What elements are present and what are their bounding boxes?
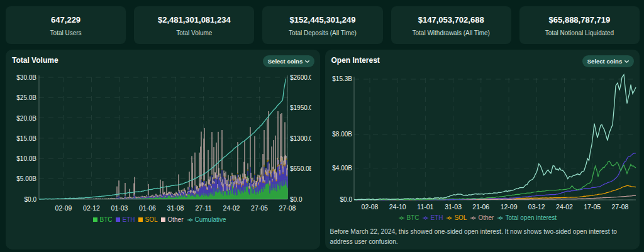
svg-text:$2600.0B: $2600.0B <box>290 74 317 81</box>
svg-text:$15.3B: $15.3B <box>332 75 352 82</box>
svg-text:21-06: 21-06 <box>472 203 489 211</box>
svg-text:24-02: 24-02 <box>223 204 240 212</box>
svg-text:$20.0B: $20.0B <box>16 115 36 122</box>
svg-text:$0.0: $0.0 <box>340 196 352 203</box>
svg-text:11-01: 11-01 <box>417 203 433 211</box>
svg-text:$1300.0B: $1300.0B <box>290 135 317 142</box>
svg-text:27-11: 27-11 <box>195 204 211 212</box>
svg-text:02-08: 02-08 <box>361 203 378 211</box>
svg-text:$15.0B: $15.0B <box>16 135 36 142</box>
svg-text:31-03: 31-03 <box>445 203 462 211</box>
svg-text:$30.0B: $30.0B <box>16 74 36 81</box>
svg-text:$25.0B: $25.0B <box>16 94 36 101</box>
svg-text:02-09: 02-09 <box>55 204 72 212</box>
svg-text:02-12: 02-12 <box>83 204 100 212</box>
svg-text:12-09: 12-09 <box>500 203 517 211</box>
svg-text:$4.00B: $4.00B <box>332 165 352 172</box>
svg-text:24-10: 24-10 <box>389 203 406 211</box>
svg-text:01-03: 01-03 <box>111 204 128 212</box>
svg-text:$650.0B: $650.0B <box>290 165 314 172</box>
svg-text:$10.0B: $10.0B <box>16 155 36 162</box>
svg-text:03-12: 03-12 <box>528 203 545 211</box>
svg-text:$0.0: $0.0 <box>290 196 303 203</box>
svg-text:27-05: 27-05 <box>251 204 268 212</box>
svg-text:24-02: 24-02 <box>556 203 573 211</box>
svg-text:$5.00B: $5.00B <box>16 175 36 182</box>
svg-text:31-08: 31-08 <box>167 204 184 212</box>
svg-text:$8.00B: $8.00B <box>332 131 352 138</box>
svg-text:27-08: 27-08 <box>279 204 296 212</box>
svg-text:$1950.0B: $1950.0B <box>290 104 317 111</box>
svg-text:01-06: 01-06 <box>139 204 156 212</box>
svg-text:27-08: 27-08 <box>611 203 628 211</box>
svg-text:$0.0: $0.0 <box>25 196 37 203</box>
svg-text:17-05: 17-05 <box>584 203 601 211</box>
